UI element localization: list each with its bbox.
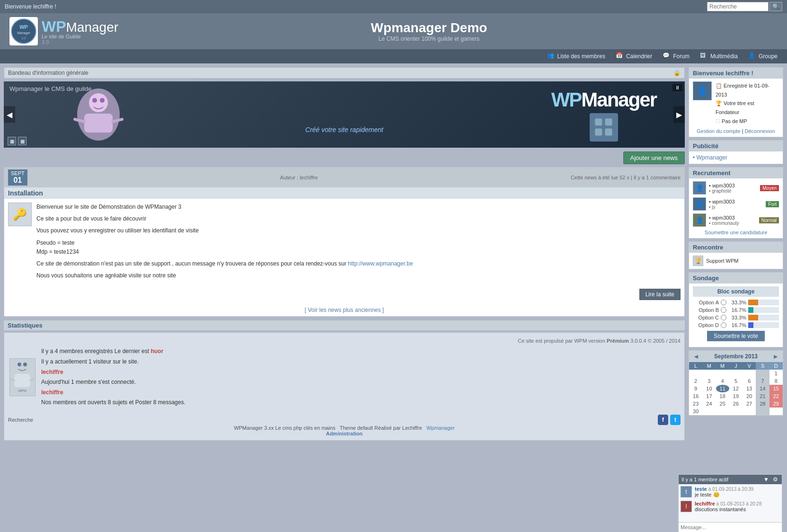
slideshow-icon [590, 113, 618, 142]
pub-box-header: Publicité [689, 141, 783, 151]
slideshow-logo: WPManager [551, 89, 656, 111]
poll-radio-d[interactable] [721, 322, 726, 328]
slide-next-button[interactable]: ▶ [673, 106, 685, 123]
poll-radio-c[interactable] [721, 315, 726, 320]
nav-groupe[interactable]: 👤 Groupe [743, 49, 782, 63]
rencontre-icon: 🏆 [693, 256, 703, 266]
cal-event-cell: 15 [769, 385, 783, 392]
stats-footer: Recherche f t WPManager 3.xx Le cms php … [8, 408, 681, 436]
twitter-button[interactable]: t [670, 415, 681, 425]
pub-link[interactable]: Wpmanager [693, 154, 727, 161]
recruit-item-3: 👤 • wpm3003 • communauty Normal [693, 213, 779, 227]
slide-controls: ▦ ▦ [8, 137, 27, 145]
manage-account-link[interactable]: Gestion du compte [697, 128, 740, 134]
news-avatar: 🔑 [8, 203, 32, 283]
poll-radio-b[interactable] [721, 307, 726, 313]
stats-online: lechiffre [41, 367, 681, 378]
recruit-info-1: • wpm3003 • graphiste [709, 183, 757, 194]
lock-icon[interactable]: 🔒 [673, 70, 681, 76]
pm-text: Pas de MP [722, 118, 747, 124]
sondage-title: Sondage [693, 275, 719, 282]
stats-topics: Nos membres ont ouverts 8 sujets et Post… [41, 398, 681, 408]
news-line-5: Ce site de démonstration n'est pas un si… [36, 259, 681, 268]
cal-cell: 1 [769, 370, 783, 377]
cal-cell: 27 [743, 400, 756, 408]
cal-week-2: 9 10 11 12 13 14 15 [689, 385, 783, 392]
admin-link[interactable]: Administration [326, 431, 363, 436]
slideshow-logo-wp: WP [551, 89, 582, 111]
stats-block: Ce site est propulsé par WPM version Pré… [4, 332, 685, 441]
news-line-1: Bienvenue sur le site de Démonstration d… [36, 203, 681, 212]
cal-cell [716, 370, 729, 377]
nav-forum[interactable]: 💬 Forum [658, 49, 694, 63]
nav-members[interactable]: 👥 Liste des membres [542, 49, 610, 63]
wpmanager-link[interactable]: http://www.wpmanager.be [348, 260, 413, 267]
calendar-prev-button[interactable]: ◄ [693, 353, 699, 360]
site-name: Wpmanager Demo [371, 20, 487, 35]
media-icon: 🖼 [700, 52, 708, 61]
slideshow-subtitle: Créé votre site rapidement [305, 126, 383, 133]
poll-pct-b: 16.7% [728, 307, 746, 313]
sondage-box-header: Sondage [689, 273, 783, 284]
submit-vote-button[interactable]: Soumettre le vote [707, 331, 765, 341]
svg-point-10 [92, 98, 97, 103]
cal-cell: 10 [702, 385, 716, 392]
search-wrap: 🔍 [707, 2, 782, 11]
cal-cell [702, 408, 716, 415]
slide-thumbnail-2[interactable]: ▦ [18, 137, 27, 145]
recruit-tag-2: • js [709, 204, 763, 210]
recruitment-box-body: 👤 • wpm3003 • graphiste Moyen 👤 • wpm300… [689, 178, 783, 238]
logo-wp: WP [42, 18, 66, 35]
rencontre-title: Rencontre [693, 244, 723, 251]
logo-text: WPManager Le site de Guilde 3.0 [42, 18, 118, 45]
poll-label-b: Option B [693, 307, 719, 313]
calendar-icon: 📅 [616, 52, 624, 61]
poll-pct-c: 33.3% [728, 315, 746, 320]
calendar-next-button[interactable]: ► [772, 353, 779, 360]
news-title: Installation [8, 187, 43, 199]
stats-mascot: WPM [8, 346, 36, 408]
submit-candidature-link[interactable]: Soumettre une candidature [693, 230, 779, 235]
calendar-title: Septembre 2013 [714, 353, 758, 360]
nav-multimedia[interactable]: 🖼 Multimédia [695, 49, 743, 63]
cal-cell-s: 28 [756, 400, 769, 408]
stats-footer-text: WPManager 3.xx Le cms php clés en mains … [8, 425, 681, 431]
read-more-button[interactable]: Lire la suite [639, 289, 681, 300]
recruit-name-1: • wpm3003 [709, 183, 757, 188]
older-news-link[interactable]: [ Voir les news plus anciennes ] [4, 304, 684, 316]
wpmanager-footer-link[interactable]: Wpmanager [426, 425, 455, 431]
slide-thumbnail-1[interactable]: ▦ [8, 137, 16, 145]
poll-bar-d [748, 322, 779, 328]
calendar-days-header: L M M J V S D [689, 362, 783, 370]
poll-radio-a[interactable] [721, 300, 726, 305]
search-button[interactable]: 🔍 [769, 2, 782, 11]
cal-cell: 3 [702, 377, 716, 385]
slide-pause-button[interactable]: ⏸ [672, 84, 682, 91]
stats-visitors: Il y a actuellement 1 visiteur sur le si… [41, 357, 681, 367]
logo-area: WP Manager 3.0 WPManager Le site de Guil… [9, 17, 118, 45]
cal-cell [769, 408, 783, 415]
slide-prev-button[interactable]: ◀ [4, 106, 15, 123]
support-link[interactable]: Support WPM [706, 258, 738, 264]
facebook-button[interactable]: f [658, 415, 668, 425]
bandeau: Bandeau d'information générale 🔒 [4, 67, 685, 79]
poll-row-a: Option A 33.3% [693, 300, 779, 305]
search-input[interactable] [707, 2, 769, 11]
news-line-6: Nous vous souhaitons une agréable visite… [36, 271, 681, 280]
cal-cell-s [756, 408, 769, 415]
poll-bar-fill-d [748, 322, 753, 328]
cal-cell-s [756, 370, 769, 377]
news-line-3: Vous pouvez vous y enregistrer ou utilis… [36, 226, 681, 235]
nav-members-label: Liste des membres [557, 53, 605, 60]
poll-row-b: Option B 16.7% [693, 307, 779, 313]
logo-version: 3.0 [42, 39, 118, 45]
cal-day-s: S [756, 362, 769, 370]
svg-point-15 [16, 360, 29, 373]
poll-label-a: Option A [693, 300, 719, 305]
add-news-button[interactable]: Ajouter une news [623, 151, 685, 164]
logout-link[interactable]: Déconnexion [745, 128, 775, 134]
nav-calendar[interactable]: 📅 Calendrier [611, 49, 657, 63]
cal-cell [743, 408, 756, 415]
svg-rect-7 [605, 129, 612, 136]
poll-bar-a [748, 300, 779, 305]
